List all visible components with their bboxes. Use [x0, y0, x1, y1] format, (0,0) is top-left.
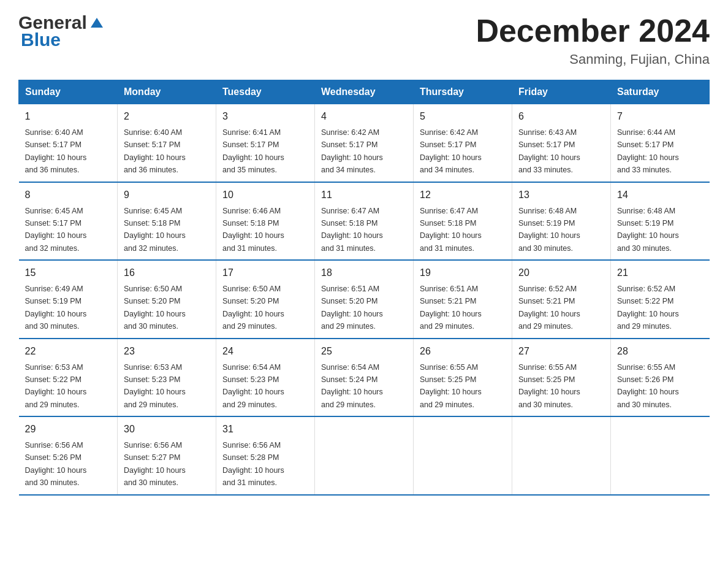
day-number: 5	[420, 109, 506, 124]
calendar-cell: 20 Sunrise: 6:52 AMSunset: 5:21 PMDaylig…	[512, 260, 611, 339]
day-info: Sunrise: 6:51 AMSunset: 5:21 PMDaylight:…	[420, 285, 482, 331]
day-info: Sunrise: 6:51 AMSunset: 5:20 PMDaylight:…	[321, 285, 383, 331]
day-number: 7	[617, 109, 703, 124]
calendar-week-row: 29 Sunrise: 6:56 AMSunset: 5:26 PMDaylig…	[19, 416, 710, 495]
calendar-week-row: 15 Sunrise: 6:49 AMSunset: 5:19 PMDaylig…	[19, 260, 710, 339]
day-info: Sunrise: 6:45 AMSunset: 5:18 PMDaylight:…	[124, 207, 186, 253]
day-number: 21	[617, 266, 703, 280]
day-info: Sunrise: 6:40 AMSunset: 5:17 PMDaylight:…	[124, 128, 186, 174]
svg-marker-0	[91, 18, 103, 28]
calendar-cell: 13 Sunrise: 6:48 AMSunset: 5:19 PMDaylig…	[512, 182, 611, 261]
day-number: 8	[25, 188, 112, 202]
day-info: Sunrise: 6:43 AMSunset: 5:17 PMDaylight:…	[518, 128, 580, 174]
col-tuesday: Tuesday	[216, 80, 315, 104]
day-info: Sunrise: 6:56 AMSunset: 5:26 PMDaylight:…	[25, 441, 87, 487]
calendar-cell: 1 Sunrise: 6:40 AMSunset: 5:17 PMDayligh…	[19, 104, 118, 182]
day-info: Sunrise: 6:46 AMSunset: 5:18 PMDaylight:…	[222, 207, 284, 253]
calendar-cell: 2 Sunrise: 6:40 AMSunset: 5:17 PMDayligh…	[118, 104, 216, 182]
calendar-cell: 8 Sunrise: 6:45 AMSunset: 5:17 PMDayligh…	[19, 182, 118, 261]
day-number: 16	[124, 266, 210, 280]
calendar-cell: 23 Sunrise: 6:53 AMSunset: 5:23 PMDaylig…	[118, 339, 216, 417]
day-info: Sunrise: 6:45 AMSunset: 5:17 PMDaylight:…	[25, 207, 87, 253]
calendar-cell: 25 Sunrise: 6:54 AMSunset: 5:24 PMDaylig…	[315, 339, 414, 417]
logo: General Blue	[18, 12, 105, 50]
day-number: 1	[25, 109, 112, 124]
day-number: 27	[518, 344, 604, 359]
day-number: 25	[321, 344, 407, 359]
day-info: Sunrise: 6:49 AMSunset: 5:19 PMDaylight:…	[25, 285, 87, 331]
day-info: Sunrise: 6:44 AMSunset: 5:17 PMDaylight:…	[617, 128, 679, 174]
calendar-cell: 4 Sunrise: 6:42 AMSunset: 5:17 PMDayligh…	[315, 104, 414, 182]
day-number: 20	[518, 266, 604, 280]
calendar-cell: 27 Sunrise: 6:55 AMSunset: 5:25 PMDaylig…	[512, 339, 611, 417]
day-info: Sunrise: 6:54 AMSunset: 5:24 PMDaylight:…	[321, 363, 383, 409]
day-info: Sunrise: 6:50 AMSunset: 5:20 PMDaylight:…	[124, 285, 186, 331]
day-info: Sunrise: 6:41 AMSunset: 5:17 PMDaylight:…	[222, 128, 284, 174]
day-info: Sunrise: 6:56 AMSunset: 5:28 PMDaylight:…	[222, 441, 284, 487]
col-wednesday: Wednesday	[315, 80, 414, 104]
calendar-cell	[414, 416, 512, 495]
day-number: 23	[124, 344, 210, 359]
day-number: 24	[222, 344, 308, 359]
calendar-cell: 29 Sunrise: 6:56 AMSunset: 5:26 PMDaylig…	[19, 416, 118, 495]
day-number: 6	[518, 109, 604, 124]
calendar-cell: 3 Sunrise: 6:41 AMSunset: 5:17 PMDayligh…	[216, 104, 315, 182]
calendar-cell: 17 Sunrise: 6:50 AMSunset: 5:20 PMDaylig…	[216, 260, 315, 339]
calendar-title: December 2024	[476, 12, 710, 49]
calendar-table: Sunday Monday Tuesday Wednesday Thursday…	[18, 80, 710, 496]
day-info: Sunrise: 6:50 AMSunset: 5:20 PMDaylight:…	[222, 285, 284, 331]
calendar-cell	[315, 416, 414, 495]
day-info: Sunrise: 6:42 AMSunset: 5:17 PMDaylight:…	[420, 128, 482, 174]
col-monday: Monday	[118, 80, 216, 104]
day-info: Sunrise: 6:52 AMSunset: 5:21 PMDaylight:…	[518, 285, 580, 331]
calendar-cell: 16 Sunrise: 6:50 AMSunset: 5:20 PMDaylig…	[118, 260, 216, 339]
calendar-week-row: 22 Sunrise: 6:53 AMSunset: 5:22 PMDaylig…	[19, 339, 710, 417]
day-info: Sunrise: 6:53 AMSunset: 5:22 PMDaylight:…	[25, 363, 87, 409]
calendar-week-row: 1 Sunrise: 6:40 AMSunset: 5:17 PMDayligh…	[19, 104, 710, 182]
calendar-cell: 6 Sunrise: 6:43 AMSunset: 5:17 PMDayligh…	[512, 104, 611, 182]
calendar-cell	[512, 416, 611, 495]
day-info: Sunrise: 6:48 AMSunset: 5:19 PMDaylight:…	[518, 207, 580, 253]
day-info: Sunrise: 6:55 AMSunset: 5:26 PMDaylight:…	[617, 363, 679, 409]
day-info: Sunrise: 6:54 AMSunset: 5:23 PMDaylight:…	[222, 363, 284, 409]
day-info: Sunrise: 6:53 AMSunset: 5:23 PMDaylight:…	[124, 363, 186, 409]
col-sunday: Sunday	[19, 80, 118, 104]
calendar-cell: 9 Sunrise: 6:45 AMSunset: 5:18 PMDayligh…	[118, 182, 216, 261]
calendar-cell	[611, 416, 710, 495]
logo-blue-text: Blue	[21, 29, 61, 50]
calendar-cell: 26 Sunrise: 6:55 AMSunset: 5:25 PMDaylig…	[414, 339, 512, 417]
title-section: December 2024 Sanming, Fujian, China	[476, 12, 710, 67]
day-info: Sunrise: 6:56 AMSunset: 5:27 PMDaylight:…	[124, 441, 186, 487]
calendar-cell: 7 Sunrise: 6:44 AMSunset: 5:17 PMDayligh…	[611, 104, 710, 182]
calendar-header-row: Sunday Monday Tuesday Wednesday Thursday…	[19, 80, 710, 104]
day-number: 10	[222, 188, 308, 202]
day-number: 13	[518, 188, 604, 202]
day-info: Sunrise: 6:48 AMSunset: 5:19 PMDaylight:…	[617, 207, 679, 253]
calendar-cell: 30 Sunrise: 6:56 AMSunset: 5:27 PMDaylig…	[118, 416, 216, 495]
day-number: 14	[617, 188, 703, 202]
calendar-cell: 21 Sunrise: 6:52 AMSunset: 5:22 PMDaylig…	[611, 260, 710, 339]
calendar-cell: 31 Sunrise: 6:56 AMSunset: 5:28 PMDaylig…	[216, 416, 315, 495]
day-number: 9	[124, 188, 210, 202]
day-number: 2	[124, 109, 210, 124]
calendar-cell: 14 Sunrise: 6:48 AMSunset: 5:19 PMDaylig…	[611, 182, 710, 261]
col-thursday: Thursday	[414, 80, 512, 104]
calendar-week-row: 8 Sunrise: 6:45 AMSunset: 5:17 PMDayligh…	[19, 182, 710, 261]
day-number: 18	[321, 266, 407, 280]
calendar-cell: 22 Sunrise: 6:53 AMSunset: 5:22 PMDaylig…	[19, 339, 118, 417]
day-info: Sunrise: 6:47 AMSunset: 5:18 PMDaylight:…	[321, 207, 383, 253]
day-info: Sunrise: 6:55 AMSunset: 5:25 PMDaylight:…	[518, 363, 580, 409]
calendar-cell: 15 Sunrise: 6:49 AMSunset: 5:19 PMDaylig…	[19, 260, 118, 339]
calendar-cell: 10 Sunrise: 6:46 AMSunset: 5:18 PMDaylig…	[216, 182, 315, 261]
day-info: Sunrise: 6:47 AMSunset: 5:18 PMDaylight:…	[420, 207, 482, 253]
day-number: 22	[25, 344, 112, 359]
day-number: 30	[124, 422, 210, 437]
day-number: 29	[25, 422, 112, 437]
calendar-cell: 5 Sunrise: 6:42 AMSunset: 5:17 PMDayligh…	[414, 104, 512, 182]
day-info: Sunrise: 6:52 AMSunset: 5:22 PMDaylight:…	[617, 285, 679, 331]
logo-triangle-icon	[88, 15, 105, 29]
col-friday: Friday	[512, 80, 611, 104]
day-number: 17	[222, 266, 308, 280]
col-saturday: Saturday	[611, 80, 710, 104]
calendar-cell: 11 Sunrise: 6:47 AMSunset: 5:18 PMDaylig…	[315, 182, 414, 261]
